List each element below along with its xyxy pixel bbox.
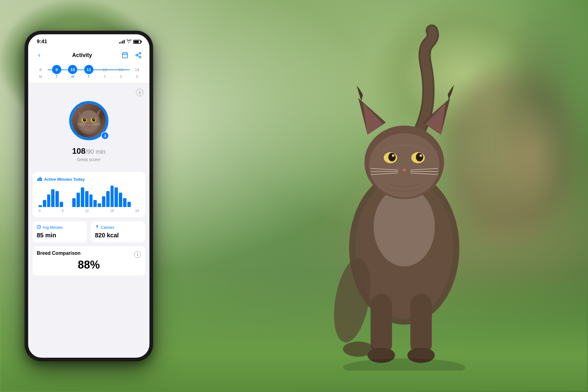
date-num-10: 10 [68, 65, 77, 74]
svg-rect-58 [41, 178, 42, 181]
calories-value: 820 kcal [95, 232, 141, 239]
date-item-tue[interactable]: 9 T [51, 65, 63, 78]
pet-avatar [72, 104, 106, 138]
svg-rect-3 [371, 294, 392, 355]
date-item-wed[interactable]: 10 W [66, 65, 79, 78]
bar-item [93, 200, 97, 207]
score-section: ℹ [28, 83, 149, 168]
svg-point-18 [420, 154, 422, 157]
chart-label-6: 6 [62, 209, 64, 213]
page-title: Activity [72, 52, 92, 58]
calories-header: Calories [95, 225, 141, 230]
battery-icon [133, 40, 141, 44]
svg-point-49 [93, 119, 95, 120]
date-day-sat: S [120, 75, 122, 78]
status-bar: 9:41 [28, 34, 149, 47]
phone-outer: 9:41 ‹ Activity [24, 31, 153, 361]
svg-point-27 [343, 341, 374, 357]
bar-chart-icon [37, 177, 42, 182]
avg-minutes-card: Avg Minutes 85 min [32, 221, 87, 243]
active-minutes-title: Active Minutes Today [44, 177, 85, 182]
svg-line-37 [138, 54, 139, 55]
date-num-12: 12 [100, 65, 110, 74]
bar-item [89, 194, 93, 207]
svg-point-15 [388, 153, 396, 161]
calories-card: Calories 820 kcal [91, 221, 145, 243]
svg-rect-57 [40, 177, 41, 181]
date-day-fri: F [104, 75, 106, 78]
date-item-thu[interactable]: 11 T [83, 65, 95, 78]
bar-item [98, 203, 101, 207]
active-minutes-card: Active Minutes Today 0 6 12 18 24 [32, 172, 145, 217]
bar-item [51, 189, 55, 207]
wifi-icon [126, 40, 131, 44]
header-actions [120, 50, 143, 60]
card-title-row: Active Minutes Today [37, 177, 140, 182]
bar-item [60, 202, 63, 207]
activity-bar-chart [37, 186, 140, 207]
score-goal: /90 min [85, 148, 106, 155]
date-item-mon[interactable]: 8 M [34, 65, 47, 78]
calendar-button[interactable] [120, 50, 130, 60]
chart-label-18: 18 [110, 209, 114, 213]
bar-item [115, 187, 118, 207]
svg-rect-56 [39, 178, 40, 181]
avg-minutes-header: Avg Minutes [37, 225, 83, 230]
bar-item [43, 200, 46, 207]
fire-icon [95, 225, 99, 230]
svg-rect-4 [410, 294, 432, 355]
date-day-sun: S [136, 75, 138, 78]
date-num-9: 9 [52, 65, 61, 74]
chart-label-24: 24 [135, 209, 139, 213]
breed-comparison-title: Breed Comparison [37, 251, 81, 256]
signal-icon [119, 40, 125, 43]
bar-item [81, 187, 84, 207]
bar-item [55, 191, 59, 207]
back-button[interactable]: ‹ [34, 50, 44, 60]
svg-point-47 [92, 118, 95, 122]
score-display: 108/90 min [72, 146, 106, 156]
svg-rect-29 [123, 53, 128, 58]
phone-screen: 9:41 ‹ Activity [28, 34, 149, 358]
date-num-8: 8 [36, 65, 45, 74]
chart-x-labels: 0 6 12 18 24 [37, 209, 140, 213]
clock-icon [37, 225, 41, 230]
date-item-sat[interactable]: 13 S [115, 65, 127, 78]
svg-point-48 [84, 119, 85, 120]
avg-minutes-label: Avg Minutes [43, 225, 63, 230]
avg-minutes-value: 85 min [37, 232, 83, 239]
bar-item [72, 198, 76, 207]
bar-item [119, 193, 122, 207]
bar-item [123, 198, 126, 207]
bar-item [85, 191, 89, 207]
score-info-button[interactable]: ℹ [136, 89, 143, 96]
bar-item [111, 186, 114, 207]
calories-label: Calories [101, 225, 114, 230]
breed-percentage: 88% [37, 258, 141, 271]
score-badge: 3 [101, 132, 109, 140]
bar-item [77, 193, 80, 207]
phone-wrapper: 9:41 ‹ Activity [24, 31, 153, 361]
date-day-wed: W [71, 75, 74, 78]
cat-illustration [297, 18, 527, 371]
bar-item [102, 196, 105, 207]
breed-info-button[interactable]: ℹ [134, 251, 141, 258]
stats-row: Avg Minutes 85 min Calories 820 kcal [32, 221, 145, 243]
svg-point-46 [83, 118, 86, 122]
chart-label-0: 0 [39, 209, 40, 213]
date-day-mon: M [39, 75, 42, 78]
date-num-11: 11 [84, 65, 93, 74]
bar-item [47, 194, 51, 207]
date-item-fri[interactable]: 12 F [99, 65, 111, 78]
date-num-13: 13 [116, 65, 126, 74]
bar-item [127, 202, 131, 207]
share-button[interactable] [134, 50, 143, 60]
app-header: ‹ Activity [28, 47, 149, 63]
breed-comparison-section: Breed Comparison ℹ 88% [32, 246, 145, 276]
svg-point-12 [369, 133, 439, 198]
status-icons [119, 40, 141, 44]
date-day-thu: T [88, 75, 90, 78]
svg-point-17 [392, 154, 394, 157]
date-item-sun[interactable]: 14 S [131, 65, 143, 78]
svg-rect-55 [37, 179, 38, 181]
